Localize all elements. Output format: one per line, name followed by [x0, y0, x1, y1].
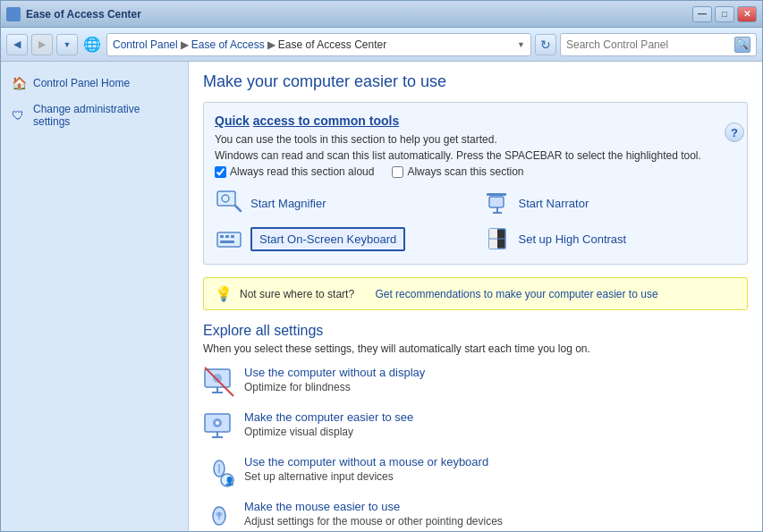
setting-no-mouse-link[interactable]: Use the computer without a mouse or keyb… [244, 455, 488, 469]
window-title: Ease of Access Center [26, 8, 141, 21]
setting-easier-see-sub: Optimize visual display [244, 426, 353, 438]
setting-no-mouse: 👤 Use the computer without a mouse or ke… [203, 455, 748, 487]
setting-easier-see-text: Make the computer easier to see Optimize… [244, 410, 413, 438]
svg-rect-0 [217, 191, 235, 206]
sidebar: 🏠 Control Panel Home 🛡 Change administra… [1, 62, 189, 531]
setting-no-display-text: Use the computer without a display Optim… [244, 366, 425, 393]
setting-mouse-easier-text: Make the mouse easier to use Adjust sett… [244, 500, 503, 528]
tool-narrator[interactable]: Start Narrator [483, 189, 737, 217]
page-title: Make your computer easier to use [203, 72, 748, 91]
quick-underline: Quick [215, 114, 250, 128]
dropdown-button[interactable]: ▼ [56, 34, 78, 55]
svg-rect-7 [217, 232, 241, 247]
keyboard-icon [215, 224, 243, 253]
qa-checkboxes: Always read this section aloud Always sc… [215, 165, 736, 178]
window-icon [6, 7, 21, 21]
content-panel: Make your computer easier to use Quick a… [189, 62, 762, 531]
explore-desc: When you select these settings, they wil… [203, 342, 748, 355]
svg-point-18 [213, 374, 222, 383]
qa-desc1: You can use the tools in this section to… [215, 133, 736, 146]
high-contrast-icon [483, 224, 512, 253]
close-button[interactable]: ✕ [737, 6, 757, 22]
setting-no-display: Use the computer without a display Optim… [203, 366, 748, 398]
svg-rect-9 [225, 235, 229, 238]
quick-access-rest: access to common tools [253, 114, 399, 128]
setting-easier-see-link[interactable]: Make the computer easier to see [244, 410, 413, 424]
setting-mouse-easier: Make the mouse easier to use Adjust sett… [203, 500, 748, 531]
window: Ease of Access Center — □ ✕ ◀ ▶ ▼ 🌐 Cont… [0, 0, 763, 532]
quick-access-title: Quick access to common tools [215, 114, 736, 128]
high-contrast-label: Set up High Contrast [519, 232, 627, 246]
sidebar-label-admin: Change administrative settings [33, 103, 177, 128]
sidebar-label-home: Control Panel Home [33, 77, 130, 89]
not-sure-text: Not sure where to start? [240, 288, 354, 300]
checkbox-read-aloud[interactable]: Always read this section aloud [215, 165, 374, 178]
svg-text:👤: 👤 [225, 476, 235, 486]
not-sure-box: 💡 Not sure where to start? Get recommend… [203, 277, 748, 310]
tool-magnifier[interactable]: Start Magnifier [215, 189, 469, 217]
checkbox-read-aloud-label: Always read this section aloud [230, 165, 374, 178]
easier-see-icon [203, 410, 235, 443]
back-button[interactable]: ◀ [6, 34, 28, 55]
sidebar-item-control-panel-home[interactable]: 🏠 Control Panel Home [1, 71, 188, 96]
lightbulb-icon: 💡 [215, 285, 233, 302]
explore-title: Explore all settings [203, 323, 748, 339]
not-sure-spacer [365, 288, 368, 300]
breadcrumb-control-panel[interactable]: Control Panel [113, 38, 178, 51]
svg-point-31 [216, 512, 223, 517]
osk-label: Start On-Screen Keyboard [250, 227, 405, 251]
quick-access-box: Quick access to common tools You can use… [203, 102, 748, 265]
minimize-button[interactable]: — [692, 6, 712, 22]
narrator-label: Start Narrator [519, 197, 589, 210]
main-area: 🏠 Control Panel Home 🛡 Change administra… [1, 62, 762, 531]
globe-icon: 🌐 [83, 36, 101, 53]
search-input[interactable] [566, 38, 734, 51]
magnifier-icon [215, 189, 243, 217]
setting-easier-see: Make the computer easier to see Optimize… [203, 410, 748, 443]
no-mouse-icon: 👤 [203, 455, 235, 487]
breadcrumb-sep-1: ▶ [181, 38, 189, 51]
shield-icon: 🛡 [12, 108, 26, 122]
svg-rect-11 [220, 241, 234, 243]
breadcrumb-sep-2: ▶ [267, 38, 276, 51]
title-bar: Ease of Access Center — □ ✕ [1, 1, 762, 28]
checkbox-scan[interactable]: Always scan this section [392, 165, 523, 178]
setting-mouse-easier-link[interactable]: Make the mouse easier to use [244, 500, 503, 513]
search-button[interactable]: 🔍 [734, 37, 750, 53]
refresh-button[interactable]: ↻ [535, 34, 556, 55]
breadcrumb-current: Ease of Access Center [278, 38, 386, 51]
forward-button[interactable]: ▶ [31, 34, 53, 55]
svg-rect-8 [220, 235, 224, 238]
qa-tools-grid: Start Magnifier [215, 189, 736, 253]
checkbox-scan-input[interactable] [392, 166, 403, 178]
svg-rect-4 [487, 193, 506, 196]
checkbox-read-aloud-input[interactable] [215, 166, 226, 178]
setting-no-display-link[interactable]: Use the computer without a display [244, 366, 425, 379]
setting-no-mouse-sub: Set up alternative input devices [244, 470, 394, 483]
svg-point-22 [216, 421, 219, 425]
breadcrumb-ease-of-access[interactable]: Ease of Access [191, 38, 265, 51]
not-sure-link[interactable]: Get recommendations to make your compute… [375, 288, 657, 300]
tool-osk[interactable]: Start On-Screen Keyboard [215, 224, 469, 253]
title-bar-buttons: — □ ✕ [692, 6, 757, 22]
svg-rect-10 [231, 235, 234, 238]
home-icon: 🏠 [12, 76, 26, 90]
breadcrumb-bar: Control Panel ▶ Ease of Access ▶ Ease of… [106, 33, 531, 56]
tool-high-contrast[interactable]: Set up High Contrast [483, 224, 737, 253]
svg-rect-3 [489, 197, 504, 207]
mouse-easier-icon [203, 500, 235, 531]
search-bar: 🔍 [560, 33, 757, 56]
narrator-icon [483, 189, 512, 217]
magnifier-label: Start Magnifier [250, 197, 326, 210]
title-bar-left: Ease of Access Center [6, 7, 141, 21]
setting-mouse-easier-sub: Adjust settings for the mouse or other p… [244, 515, 503, 528]
setting-no-mouse-text: Use the computer without a mouse or keyb… [244, 455, 488, 483]
content-wrapper: Make your computer easier to use Quick a… [189, 62, 762, 531]
breadcrumb-dropdown-arrow[interactable]: ▼ [517, 40, 525, 49]
sidebar-item-change-admin[interactable]: 🛡 Change administrative settings [1, 97, 188, 133]
maximize-button[interactable]: □ [715, 6, 734, 22]
svg-line-1 [235, 206, 241, 211]
setting-no-display-sub: Optimize for blindness [244, 381, 351, 393]
no-display-icon [203, 366, 235, 398]
help-button[interactable]: ? [725, 122, 744, 142]
